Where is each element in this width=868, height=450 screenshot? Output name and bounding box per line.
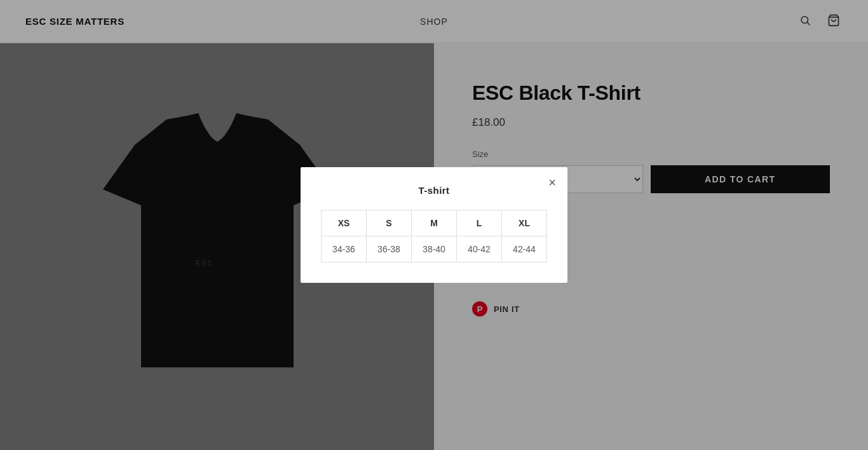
modal-title: T-shirt [321,185,547,196]
modal-close-button[interactable]: × [548,176,556,189]
table-header-xs: XS [322,210,367,236]
table-header-row: XS S M L XL [322,210,547,236]
table-cell-l: 40-42 [457,236,502,262]
table-row: 34-36 36-38 38-40 40-42 42-44 [322,236,547,262]
size-guide-table: XS S M L XL 34-36 36-38 38-40 40-42 42-4… [321,210,547,262]
table-header-m: M [412,210,457,236]
table-cell-s: 36-38 [367,236,412,262]
table-cell-xl: 42-44 [502,236,547,262]
size-guide-modal: × T-shirt XS S M L XL 34-36 36-38 38-40 … [301,167,567,283]
table-header-xl: XL [502,210,547,236]
table-cell-m: 38-40 [412,236,457,262]
modal-overlay[interactable]: × T-shirt XS S M L XL 34-36 36-38 38-40 … [0,0,868,450]
table-header-s: S [367,210,412,236]
table-header-l: L [457,210,502,236]
table-cell-xs: 34-36 [322,236,367,262]
